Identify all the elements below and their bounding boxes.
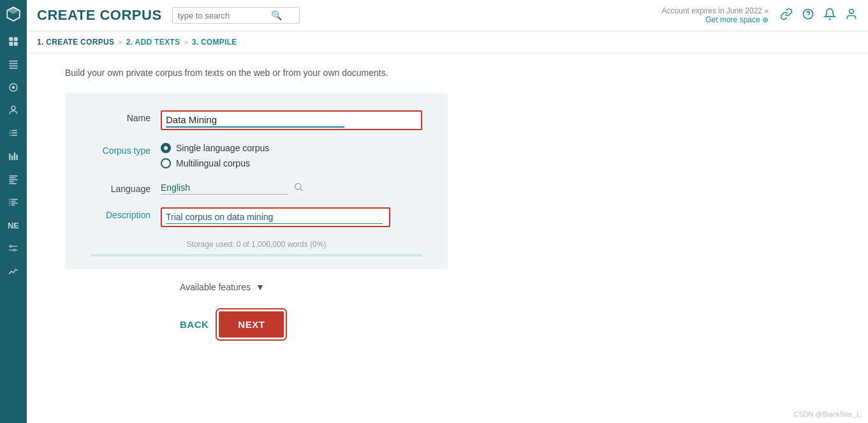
description-field bbox=[161, 207, 422, 227]
language-row-inner bbox=[161, 181, 422, 195]
sidebar-item-collocations[interactable] bbox=[3, 170, 24, 189]
sidebar-item-dashboard[interactable] bbox=[3, 32, 24, 51]
language-label: Language bbox=[91, 181, 161, 194]
chevron-down-icon: ▼ bbox=[256, 282, 265, 292]
svg-rect-12 bbox=[11, 130, 17, 131]
watermark: CSDN @BlackStar_L bbox=[793, 410, 860, 418]
description-highlight-box bbox=[161, 207, 390, 227]
svg-rect-16 bbox=[11, 135, 17, 136]
corpus-type-row: Corpus type Single language corpus Multi… bbox=[91, 143, 422, 168]
svg-rect-1 bbox=[14, 37, 18, 41]
storage-section: Storage used: 0 of 1,000,000 words (0%) bbox=[91, 240, 422, 256]
radio-label-single: Single language corpus bbox=[176, 143, 269, 153]
radio-multilingual[interactable]: Multilingual corpus bbox=[161, 158, 422, 168]
svg-rect-30 bbox=[9, 203, 10, 204]
radio-circle-single bbox=[161, 143, 171, 153]
breadcrumb-sep1: > bbox=[118, 38, 122, 46]
sidebar-item-concordance[interactable] bbox=[3, 78, 24, 97]
sidebar-item-trends[interactable] bbox=[3, 262, 24, 281]
svg-rect-23 bbox=[9, 179, 18, 181]
ngrams-label: NE bbox=[8, 221, 19, 230]
description-label: Description bbox=[91, 207, 161, 220]
topbar: CREATE CORPUS 🔍 Account expires in June … bbox=[27, 0, 868, 31]
svg-rect-28 bbox=[9, 201, 10, 202]
breadcrumb-sep2: > bbox=[184, 38, 188, 46]
user-icon[interactable] bbox=[845, 8, 858, 24]
radio-label-multi: Multilingual corpus bbox=[176, 158, 250, 168]
svg-rect-31 bbox=[11, 203, 18, 204]
breadcrumb: 1. CREATE CORPUS > 2. ADD TEXTS > 3. COM… bbox=[27, 31, 868, 54]
get-more-space-link[interactable]: Get more space ⊕ bbox=[705, 15, 769, 24]
svg-rect-13 bbox=[10, 133, 11, 134]
language-field bbox=[161, 181, 422, 195]
svg-rect-27 bbox=[11, 199, 18, 200]
svg-rect-6 bbox=[9, 66, 18, 67]
svg-rect-17 bbox=[9, 154, 10, 161]
svg-point-37 bbox=[13, 249, 15, 251]
sidebar-item-filters[interactable] bbox=[3, 239, 24, 258]
storage-text: Storage used: 0 of 1,000,000 words (0%) bbox=[91, 240, 422, 249]
sidebar-item-corpus-list[interactable] bbox=[3, 55, 24, 74]
svg-rect-22 bbox=[9, 177, 16, 179]
description-row: Description bbox=[91, 207, 422, 227]
available-features[interactable]: Available features ▼ bbox=[180, 282, 849, 292]
back-button[interactable]: BACK bbox=[180, 319, 209, 330]
content-body: Build your own private corpus from texts… bbox=[27, 54, 868, 350]
sidebar-item-wordlist[interactable] bbox=[3, 124, 24, 143]
breadcrumb-step1[interactable]: 1. CREATE CORPUS bbox=[37, 38, 114, 47]
notification-icon[interactable] bbox=[823, 8, 836, 24]
name-input[interactable] bbox=[166, 113, 344, 128]
sidebar: NE bbox=[0, 0, 27, 423]
help-icon[interactable] bbox=[802, 8, 814, 24]
svg-rect-5 bbox=[9, 63, 18, 64]
sidebar-item-keywords[interactable] bbox=[3, 193, 24, 212]
page-description: Build your own private corpus from texts… bbox=[65, 66, 849, 80]
breadcrumb-step2[interactable]: 2. ADD TEXTS bbox=[126, 38, 180, 47]
svg-rect-26 bbox=[9, 199, 10, 200]
svg-rect-11 bbox=[10, 130, 11, 131]
svg-rect-4 bbox=[9, 61, 18, 62]
language-row: Language bbox=[91, 181, 422, 195]
next-button[interactable]: NEXT bbox=[219, 311, 284, 338]
search-input[interactable] bbox=[178, 11, 267, 20]
svg-rect-18 bbox=[11, 156, 13, 161]
main-content: CREATE CORPUS 🔍 Account expires in June … bbox=[27, 0, 868, 423]
name-highlight-box bbox=[161, 110, 422, 130]
description-input[interactable] bbox=[166, 211, 383, 224]
account-info: Account expires in June 2022 » Get more … bbox=[662, 6, 769, 24]
svg-rect-14 bbox=[11, 133, 17, 134]
form-card: Name Corpus type Single language corpus bbox=[65, 93, 448, 269]
svg-rect-2 bbox=[9, 42, 13, 46]
name-field bbox=[161, 110, 422, 130]
buttons-area: BACK NEXT bbox=[65, 305, 849, 338]
link-icon[interactable] bbox=[780, 8, 793, 24]
svg-rect-20 bbox=[17, 154, 18, 160]
sidebar-item-ngrams[interactable]: NE bbox=[3, 216, 24, 235]
storage-bar-background bbox=[91, 254, 422, 256]
app-logo[interactable] bbox=[4, 5, 22, 23]
corpus-type-label: Corpus type bbox=[91, 143, 161, 156]
sidebar-item-user[interactable] bbox=[3, 101, 24, 120]
account-expires: Account expires in June 2022 » bbox=[662, 6, 769, 15]
svg-point-42 bbox=[850, 9, 854, 13]
language-input[interactable] bbox=[161, 181, 288, 195]
topbar-icons bbox=[780, 8, 858, 24]
svg-rect-25 bbox=[9, 183, 17, 184]
language-search-icon[interactable] bbox=[293, 182, 304, 194]
search-icon: 🔍 bbox=[271, 10, 282, 20]
page-title: CREATE CORPUS bbox=[37, 7, 162, 24]
svg-rect-33 bbox=[11, 205, 15, 206]
svg-rect-3 bbox=[14, 42, 18, 46]
svg-rect-29 bbox=[11, 201, 16, 202]
svg-rect-15 bbox=[10, 135, 11, 136]
svg-rect-19 bbox=[14, 152, 15, 160]
breadcrumb-step3[interactable]: 3. COMPILE bbox=[192, 38, 237, 47]
svg-point-10 bbox=[11, 106, 15, 110]
corpus-type-radio-group: Single language corpus Multilingual corp… bbox=[161, 143, 422, 168]
svg-point-34 bbox=[10, 246, 11, 248]
search-box[interactable]: 🔍 bbox=[172, 7, 300, 24]
radio-single-language[interactable]: Single language corpus bbox=[161, 143, 422, 153]
sidebar-item-frequency[interactable] bbox=[3, 147, 24, 166]
svg-rect-0 bbox=[9, 37, 13, 41]
name-row: Name bbox=[91, 110, 422, 130]
